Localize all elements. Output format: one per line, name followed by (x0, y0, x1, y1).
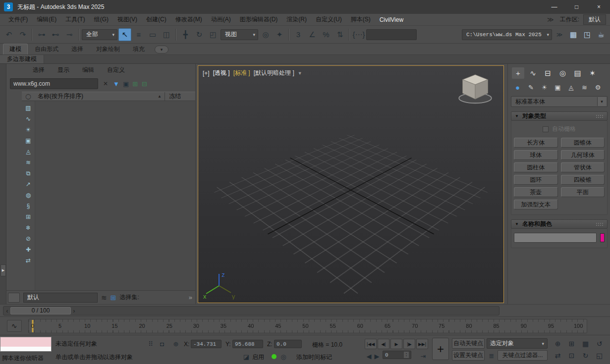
next-frame-button[interactable]: |▶ (403, 339, 415, 349)
reference-coordinate-dropdown[interactable]: 视图 ▾ (221, 29, 258, 40)
orbit-subobject-icon[interactable]: ↻ (579, 350, 592, 361)
autogrid-checkbox[interactable] (543, 126, 549, 132)
window-crossing-toggle-icon[interactable]: ◫ (160, 28, 173, 41)
zoom-icon[interactable]: ⊕ (551, 338, 564, 349)
menu-graph-editors[interactable]: 图形编辑器(D) (235, 15, 282, 24)
named-selection-sets-field[interactable] (366, 29, 417, 40)
ribbon-tab-selection[interactable]: 选择 (65, 44, 89, 54)
create-shapes-icon[interactable]: ✎ (525, 82, 537, 93)
time-slider-handle[interactable]: 0 / 100 (10, 307, 71, 314)
create-cone-button[interactable]: 圆锥体 (561, 138, 605, 148)
create-cylinder-button[interactable]: 圆柱体 (514, 162, 558, 172)
degradation-badge-icon[interactable]: ◎ (278, 352, 288, 362)
rendered-frame-window-icon[interactable]: ◳ (581, 28, 594, 41)
pan-view-icon[interactable]: ⇄ (551, 350, 564, 361)
close-button[interactable]: × (588, 0, 610, 14)
select-and-rotate-icon[interactable]: ↻ (193, 28, 206, 41)
category-dropdown[interactable]: 标准基本体 ▾ (511, 96, 608, 107)
se-display-hidden-icon[interactable]: ⊘ (23, 234, 34, 244)
tab-hierarchy-icon[interactable]: ⊟ (542, 67, 554, 79)
angle-snap-icon[interactable]: ∠ (306, 28, 319, 41)
object-name-input[interactable] (514, 233, 597, 243)
orbit-icon[interactable]: ↺ (593, 338, 606, 349)
filter-icon[interactable]: ▼ (113, 80, 119, 88)
ribbon-tab-modeling[interactable]: 建模 (3, 44, 28, 54)
rectangular-selection-region-icon[interactable]: ▭ (146, 28, 159, 41)
menu-group[interactable]: 组(G) (90, 15, 113, 24)
tab-modify-icon[interactable]: ∿ (527, 67, 539, 79)
redo-icon[interactable]: ↷ (16, 28, 29, 41)
selection-lock-toggle-icon[interactable]: ◘ (157, 339, 167, 349)
create-sphere-button[interactable]: 球体 (514, 150, 558, 160)
next-frame-arrow[interactable]: › (71, 308, 77, 314)
render-setup-icon[interactable]: ▦ (567, 28, 580, 41)
viewport-pov-label[interactable]: [透视 ] (213, 69, 230, 77)
create-plane-button[interactable]: 平面 (561, 187, 605, 197)
name-column-header[interactable]: 名称(按升序排序) ▲ (35, 92, 165, 101)
menu-edit[interactable]: 编辑(E) (32, 15, 61, 24)
menubar-overflow-icon[interactable]: ≫ (545, 16, 556, 23)
current-frame-field[interactable]: 0 ▴▾ (383, 351, 411, 359)
create-textplus-button[interactable]: 加强型文本 (514, 200, 558, 209)
go-to-start-button[interactable]: |◀◀ (365, 339, 377, 349)
project-path-dropdown[interactable]: C:\Users\ww…ds Max 2025 ▾ (462, 29, 552, 40)
create-tube-button[interactable]: 管状体 (561, 162, 605, 172)
se-display-lights-icon[interactable]: ☀ (23, 125, 34, 135)
next-key-icon[interactable]: ▶ (373, 351, 381, 361)
menu-modifiers[interactable]: 修改器(M) (171, 15, 207, 24)
adaptive-degradation-icon[interactable]: ◪ (241, 352, 251, 362)
se-pin-explorer-icon[interactable]: ✚ (23, 245, 34, 255)
transform-type-in-icon[interactable]: ⊕ (171, 339, 181, 349)
pick-parent-icon[interactable]: ⊞ (132, 80, 138, 88)
create-geometry-icon[interactable]: ● (512, 82, 523, 93)
time-slider-track[interactable]: ‹ 0 / 100 › (3, 306, 499, 315)
auto-key-button[interactable]: 自动关键点 (452, 338, 485, 349)
previous-frame-arrow[interactable]: ‹ (4, 308, 10, 314)
z-coordinate-field[interactable]: 0.0 (274, 340, 302, 348)
scene-explorer-menu-display[interactable]: 显示 (51, 66, 76, 74)
select-and-link-icon[interactable]: ⊶ (35, 28, 48, 41)
viewport-shading-label[interactable]: [默认明暗处理 ] (254, 69, 294, 77)
se-display-spacewarps-icon[interactable]: ≋ (23, 157, 34, 167)
unlink-selection-icon[interactable]: ⊷ (49, 28, 62, 41)
create-helpers-icon[interactable]: ◬ (565, 82, 577, 93)
app-icon[interactable]: 3 (4, 2, 13, 11)
macro-recorder-line[interactable] (0, 337, 51, 347)
select-object-icon[interactable]: ↖ (118, 28, 131, 41)
mini-curve-editor-button[interactable]: ∿ (7, 320, 22, 332)
snap-toggle-3d-icon[interactable]: 3 (292, 28, 305, 41)
scene-objects-list[interactable] (35, 101, 195, 290)
play-button[interactable]: ▶ (390, 339, 402, 349)
zoom-region-icon[interactable]: ⊡ (565, 350, 578, 361)
frame-spinner[interactable]: ▴▾ (404, 352, 409, 358)
previous-frame-button[interactable]: ◀| (378, 339, 389, 349)
create-torus-button[interactable]: 圆环 (514, 175, 558, 185)
menu-create[interactable]: 创建(C) (142, 15, 171, 24)
isolate-grid-icon[interactable]: ⊞ (111, 294, 116, 302)
create-teapot-button[interactable]: 茶壶 (514, 187, 558, 197)
se-display-materials-icon[interactable]: ◍ (23, 190, 34, 200)
create-geosphere-button[interactable]: 几何球体 (561, 150, 605, 160)
layer-thumbnail[interactable] (8, 293, 20, 303)
se-display-frozen-icon[interactable]: ❄ (23, 223, 34, 233)
lock-explorer-icon[interactable]: ▣ (123, 80, 129, 88)
se-display-cameras-icon[interactable]: ▣ (23, 136, 34, 146)
spinner-snap-icon[interactable]: ⇅ (333, 28, 346, 41)
isolate-selection-toggle-icon[interactable]: ⠿ (146, 339, 156, 349)
add-time-tag[interactable]: 添加时间标记 (296, 353, 332, 362)
toolbar-overflow-icon[interactable]: ≫ (553, 28, 566, 41)
previous-key-icon[interactable]: ◀ (365, 351, 373, 361)
current-layer-field[interactable]: 默认 (23, 293, 98, 303)
clear-search-icon[interactable]: ✕ (102, 80, 110, 87)
ribbon-tab-freeform[interactable]: 自由形式 (29, 44, 64, 54)
edit-named-selection-sets-icon[interactable]: {⋯} (352, 28, 365, 41)
create-lights-icon[interactable]: ☀ (539, 82, 550, 93)
menu-rendering[interactable]: 渲染(R) (282, 15, 311, 24)
spinner-down-icon[interactable]: ▾ (405, 355, 407, 358)
viewport-general-menu[interactable]: [+] (203, 70, 210, 77)
scene-search-input[interactable] (10, 78, 98, 89)
tab-utilities-icon[interactable]: ✶ (586, 67, 599, 79)
ribbon-tab-object-paint[interactable]: 对象绘制 (90, 44, 126, 54)
layers-icon[interactable]: ≋ (101, 294, 107, 302)
ribbon-subtab-polygon-modeling[interactable]: 多边形建模 (0, 55, 44, 63)
